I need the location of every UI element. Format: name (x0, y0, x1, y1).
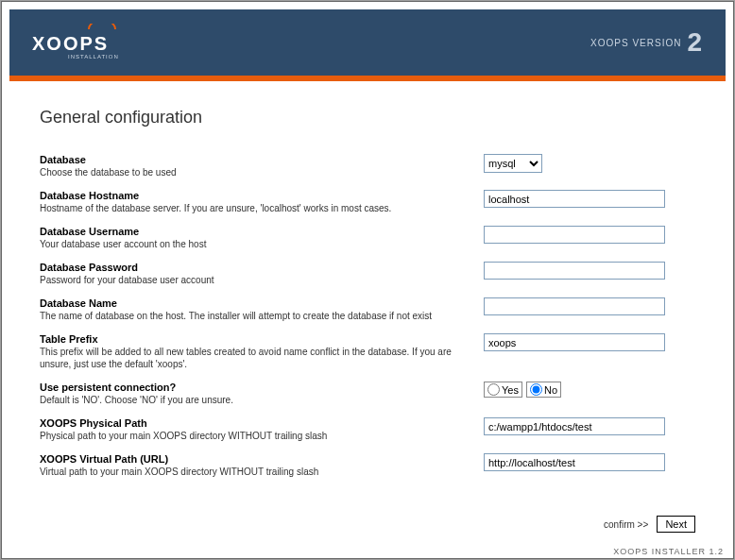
confirm-label: confirm >> (604, 519, 648, 530)
physical-path-input[interactable] (484, 417, 665, 435)
header-bar: XOOPS INSTALLATION XOOPS VERSION 2 (9, 9, 726, 76)
hostname-label: Database Hostname (40, 190, 465, 201)
persistent-yes-label: Yes (502, 384, 519, 396)
virtual-path-label: XOOPS Virtual Path (URL) (40, 453, 465, 465)
virtual-path-input[interactable] (484, 453, 665, 471)
svg-text:INSTALLATION: INSTALLATION (68, 54, 119, 59)
username-label: Database Username (40, 226, 465, 237)
prefix-label: Table Prefix (40, 333, 465, 345)
persistent-label: Use persistent connection? (40, 382, 465, 393)
persistent-no-label: No (544, 384, 557, 396)
database-desc: Choose the database to be used (40, 166, 465, 178)
username-desc: Your database user account on the host (40, 238, 465, 250)
hostname-desc: Hostname of the database server. If you … (40, 202, 465, 214)
next-button[interactable]: Next (657, 516, 695, 533)
version-label: XOOPS VERSION 2 (590, 27, 703, 58)
password-label: Database Password (40, 262, 465, 273)
persistent-no-radio[interactable] (530, 383, 542, 396)
database-select[interactable]: mysql (484, 154, 542, 173)
password-desc: Password for your database user account (40, 274, 465, 286)
dbname-desc: The name of database on the host. The in… (40, 310, 465, 322)
page-title: General configuration (40, 108, 695, 127)
physical-path-desc: Physical path to your main XOOPS directo… (40, 430, 465, 442)
dbname-input[interactable] (484, 297, 665, 315)
virtual-path-desc: Virtual path to your main XOOPS director… (40, 466, 465, 478)
physical-path-label: XOOPS Physical Path (40, 417, 465, 429)
prefix-desc: This prefix will be added to all new tab… (40, 346, 465, 370)
prefix-input[interactable] (484, 333, 665, 351)
dbname-label: Database Name (40, 297, 465, 309)
password-input[interactable] (484, 262, 665, 280)
database-label: Database (40, 154, 465, 165)
hostname-input[interactable] (484, 190, 665, 208)
persistent-yes-radio[interactable] (487, 383, 500, 396)
xoops-logo: XOOPS INSTALLATION (32, 24, 136, 61)
installer-footer-text: XOOPS INSTALLER 1.2 (613, 547, 724, 556)
svg-text:XOOPS: XOOPS (32, 33, 109, 54)
username-input[interactable] (484, 226, 665, 244)
version-number: 2 (687, 27, 703, 58)
persistent-desc: Default is 'NO'. Choose 'NO' if you are … (40, 394, 465, 406)
